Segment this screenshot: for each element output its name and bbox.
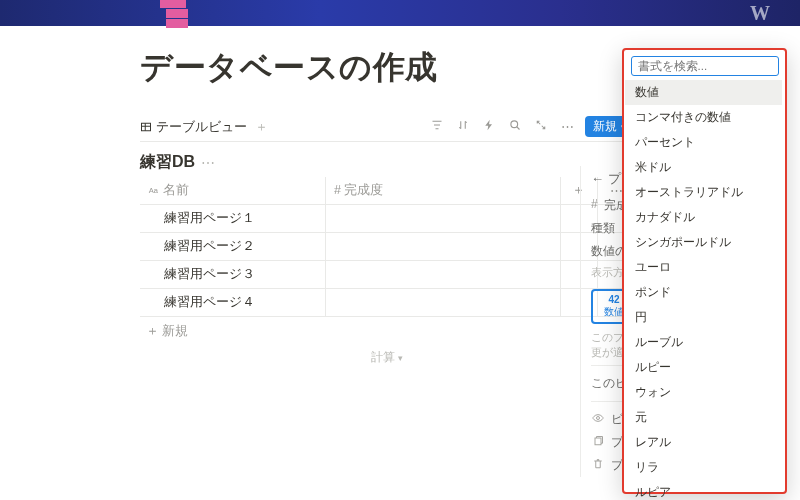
new-button-label: 新規 xyxy=(593,118,617,135)
format-option[interactable]: ウォン xyxy=(625,380,782,405)
format-option-list[interactable]: 数値コンマ付きの数値パーセント米ドルオーストラリアドルカナダドルシンガポールドル… xyxy=(625,80,784,486)
trash-icon xyxy=(591,458,605,473)
filter-icon[interactable] xyxy=(428,119,446,134)
top-banner: W xyxy=(0,0,800,26)
format-option[interactable]: 数値 xyxy=(625,80,782,105)
database-table: Aa 名前 # 完成度 ＋ ⋯ 練習用ページ１ 練習用ページ２ 練習用ページ３ … xyxy=(140,177,634,317)
database-more-icon[interactable]: ⋯ xyxy=(201,155,215,171)
svg-rect-7 xyxy=(595,438,601,445)
format-option[interactable]: レアル xyxy=(625,430,782,455)
format-option[interactable]: 元 xyxy=(625,405,782,430)
format-option[interactable]: ポンド xyxy=(625,280,782,305)
svg-line-4 xyxy=(517,127,520,130)
column-completion-label: 完成度 xyxy=(344,183,383,197)
database-title[interactable]: 練習DB xyxy=(140,152,195,173)
add-view-button[interactable]: ＋ xyxy=(255,118,268,136)
column-completion[interactable]: # 完成度 xyxy=(325,177,560,205)
calculation-row[interactable]: 計算 ▾ xyxy=(140,346,634,365)
format-option[interactable]: オーストラリアドル xyxy=(625,180,782,205)
table-row[interactable]: 練習用ページ３ xyxy=(140,261,634,289)
eye-icon xyxy=(591,412,605,427)
format-search-input[interactable] xyxy=(631,56,779,76)
format-option[interactable]: パーセント xyxy=(625,130,782,155)
column-name[interactable]: Aa 名前 xyxy=(140,177,325,205)
lightning-icon[interactable] xyxy=(480,119,498,134)
cell-name[interactable]: 練習用ページ１ xyxy=(140,205,325,233)
svg-point-3 xyxy=(511,121,518,128)
banner-decoration xyxy=(160,0,188,29)
expand-icon[interactable] xyxy=(532,119,550,134)
tab-table-view[interactable]: テーブルビュー xyxy=(140,118,247,136)
table-row[interactable]: 練習用ページ４ xyxy=(140,289,634,317)
format-option[interactable]: ルピー xyxy=(625,355,782,380)
format-option[interactable]: リラ xyxy=(625,455,782,480)
column-name-label: 名前 xyxy=(163,183,189,197)
table-row[interactable]: 練習用ページ１ xyxy=(140,205,634,233)
format-popover: 数値コンマ付きの数値パーセント米ドルオーストラリアドルカナダドルシンガポールドル… xyxy=(622,48,787,494)
format-option[interactable]: カナダドル xyxy=(625,205,782,230)
format-option[interactable]: ルピア xyxy=(625,480,782,500)
format-option[interactable]: シンガポールドル xyxy=(625,230,782,255)
format-option[interactable]: ユーロ xyxy=(625,255,782,280)
banner-logo: W xyxy=(750,2,770,25)
table-icon xyxy=(140,121,152,133)
cell-name[interactable]: 練習用ページ２ xyxy=(140,233,325,261)
search-icon[interactable] xyxy=(506,119,524,134)
svg-text:Aa: Aa xyxy=(149,186,159,195)
svg-point-6 xyxy=(597,417,600,420)
view-tabs: テーブルビュー ＋ ⋯ 新規 ▾ xyxy=(140,116,634,142)
sort-icon[interactable] xyxy=(454,119,472,134)
cell-name[interactable]: 練習用ページ４ xyxy=(140,289,325,317)
format-option[interactable]: 米ドル xyxy=(625,155,782,180)
text-icon: Aa xyxy=(148,184,160,196)
duplicate-icon xyxy=(591,435,605,450)
svg-rect-0 xyxy=(142,123,151,131)
format-option[interactable]: コンマ付きの数値 xyxy=(625,105,782,130)
format-option[interactable]: 円 xyxy=(625,305,782,330)
format-option[interactable]: ルーブル xyxy=(625,330,782,355)
table-row[interactable]: 練習用ページ２ xyxy=(140,233,634,261)
more-icon[interactable]: ⋯ xyxy=(558,119,577,134)
tab-label: テーブルビュー xyxy=(156,118,247,136)
cell-name[interactable]: 練習用ページ３ xyxy=(140,261,325,289)
